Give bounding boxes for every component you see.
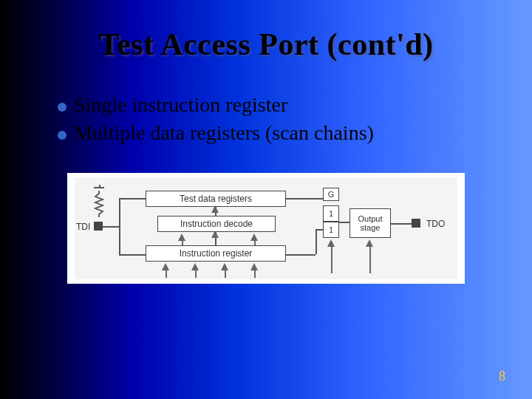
- arrow-up-icon: [211, 231, 219, 238]
- wire: [316, 229, 323, 231]
- bullet-text: Single instruction register: [74, 93, 287, 117]
- arrow-up-icon: [221, 263, 228, 270]
- output-stage-block: Output stage: [349, 208, 391, 238]
- wire: [254, 270, 256, 278]
- wire: [286, 198, 323, 200]
- arrow-up-icon: [191, 263, 199, 270]
- arrow-up-icon: [250, 263, 258, 270]
- wire: [316, 229, 317, 254]
- arrow-up-icon: [366, 239, 373, 247]
- bullet-list: Single instruction register Multiple dat…: [58, 93, 532, 145]
- tdi-label: TDI: [76, 222, 90, 232]
- tdo-label: TDO: [426, 219, 445, 229]
- wire: [119, 198, 146, 200]
- tdo-pad: [412, 219, 420, 228]
- bullet-icon: [58, 131, 66, 140]
- arrow-up-icon: [250, 233, 258, 241]
- wire: [119, 198, 120, 254]
- wire: [286, 254, 316, 256]
- instruction-register-block: Instruction register: [146, 245, 286, 262]
- list-item: Multiple data registers (scan chains): [58, 121, 532, 145]
- diagram: TDI Test data registers Instruction deco…: [67, 173, 465, 284]
- bullet-text: Multiple data registers (scan chains): [74, 121, 374, 145]
- g-block: G: [323, 188, 339, 201]
- slide-title: Test Access Port (cont'd): [0, 27, 532, 62]
- wire: [225, 270, 226, 278]
- wire: [166, 270, 167, 278]
- arrow-up-icon: [327, 239, 335, 247]
- list-item: Single instruction register: [58, 93, 532, 117]
- wire: [99, 185, 100, 188]
- wire: [331, 247, 332, 273]
- wire: [103, 226, 119, 228]
- wire: [182, 241, 183, 245]
- bullet-icon: [58, 103, 66, 112]
- wire: [195, 270, 197, 278]
- wire: [391, 223, 412, 225]
- pullup-resistor-icon: [94, 191, 104, 217]
- mux-bot-block: 1: [323, 222, 339, 238]
- mux-top-block: 1: [323, 205, 339, 222]
- wire: [339, 222, 349, 223]
- tdi-pad: [94, 222, 103, 231]
- arrow-up-icon: [211, 205, 219, 213]
- diagram-canvas: TDI Test data registers Instruction deco…: [75, 177, 457, 279]
- instruction-decode-block: Instruction decode: [157, 216, 276, 232]
- test-data-registers-block: Test data registers: [146, 191, 286, 207]
- arrow-up-icon: [162, 263, 169, 270]
- wire: [369, 247, 371, 273]
- arrow-up-icon: [178, 233, 185, 241]
- page-number: 8: [499, 369, 505, 384]
- wire: [254, 241, 256, 245]
- wire: [119, 254, 146, 256]
